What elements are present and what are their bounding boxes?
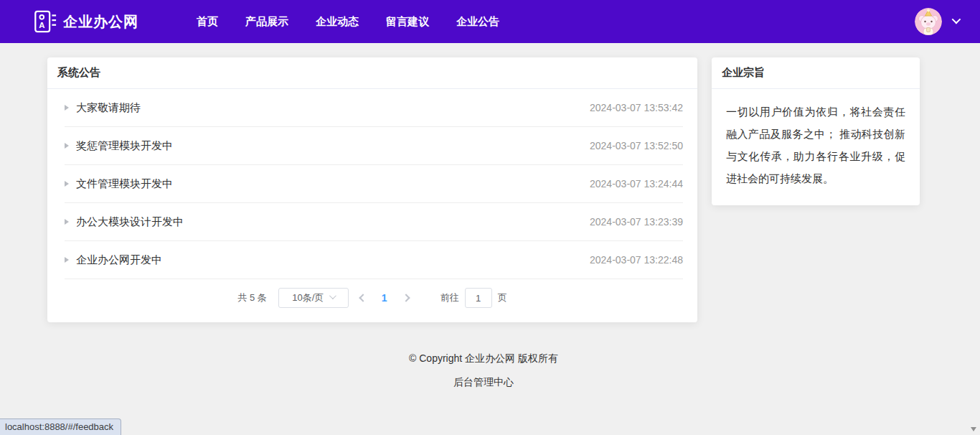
pagination-total: 共 5 条 xyxy=(237,291,266,304)
notice-row[interactable]: 大家敬请期待 2024-03-07 13:53:42 xyxy=(65,89,683,127)
goto-page: 前往 页 xyxy=(440,288,507,308)
prev-page-button[interactable] xyxy=(356,295,370,301)
avatar[interactable] xyxy=(915,8,942,35)
system-notice-panel: 系统公告 大家敬请期待 2024-03-07 13:53:42 奖惩管理模块开发… xyxy=(47,57,697,322)
notice-panel-title: 系统公告 xyxy=(47,57,697,89)
notice-timestamp: 2024-03-07 13:23:39 xyxy=(590,216,683,228)
arrow-left-icon xyxy=(359,294,367,301)
page-size-select[interactable]: 10条/页 xyxy=(278,288,349,308)
notice-row[interactable]: 办公大模块设计开发中 2024-03-07 13:23:39 xyxy=(65,203,683,241)
pagination: 共 5 条 10条/页 1 前往 页 xyxy=(47,288,697,308)
caret-right-icon xyxy=(65,181,69,187)
notice-title[interactable]: 奖惩管理模块开发中 xyxy=(76,139,173,153)
caret-right-icon xyxy=(65,257,69,263)
nav-item-home[interactable]: 首页 xyxy=(183,0,232,43)
goto-page-input[interactable] xyxy=(465,288,492,308)
scrollbar-down-arrow[interactable] xyxy=(971,427,976,431)
page-size-value: 10条/页 xyxy=(292,291,324,304)
page-number-1[interactable]: 1 xyxy=(382,292,387,304)
admin-center-link[interactable]: 后台管理中心 xyxy=(453,376,514,389)
notice-timestamp: 2024-03-07 13:52:50 xyxy=(590,140,683,151)
purpose-panel: 企业宗旨 一切以用户价值为依归，将社会责任融入产品及服务之中； 推动科技创新与文… xyxy=(712,57,920,205)
notice-row[interactable]: 文件管理模块开发中 2024-03-07 13:24:44 xyxy=(65,165,683,203)
main-nav: 首页 产品展示 企业动态 留言建议 企业公告 xyxy=(183,0,513,43)
caret-right-icon xyxy=(65,219,69,225)
notice-row[interactable]: 奖惩管理模块开发中 2024-03-07 13:52:50 xyxy=(65,127,683,165)
purpose-text: 一切以用户价值为依归，将社会责任融入产品及服务之中； 推动科技创新与文化传承，助… xyxy=(712,89,920,205)
nav-item-feedback[interactable]: 留言建议 xyxy=(372,0,443,43)
user-menu[interactable] xyxy=(915,8,958,35)
nav-item-notices[interactable]: 企业公告 xyxy=(443,0,513,43)
goto-prefix-label: 前往 xyxy=(440,291,459,304)
copyright-text: © Copyright 企业办公网 版权所有 xyxy=(47,352,920,365)
site-title: 企业办公网 xyxy=(63,12,138,32)
nav-item-products[interactable]: 产品展示 xyxy=(232,0,302,43)
notice-list: 大家敬请期待 2024-03-07 13:53:42 奖惩管理模块开发中 202… xyxy=(47,89,697,279)
id-badge-icon: A xyxy=(33,9,57,34)
purpose-panel-title: 企业宗旨 xyxy=(712,57,920,89)
goto-suffix-label: 页 xyxy=(498,291,507,304)
caret-right-icon xyxy=(65,105,69,111)
notice-timestamp: 2024-03-07 13:24:44 xyxy=(590,178,683,190)
arrow-right-icon xyxy=(402,294,410,301)
nav-item-news[interactable]: 企业动态 xyxy=(302,0,372,43)
notice-timestamp: 2024-03-07 13:22:48 xyxy=(590,254,683,266)
main-content: 系统公告 大家敬请期待 2024-03-07 13:53:42 奖惩管理模块开发… xyxy=(47,57,920,322)
svg-text:A: A xyxy=(39,21,44,29)
chevron-down-icon[interactable] xyxy=(952,15,961,24)
chevron-down-icon xyxy=(329,292,336,299)
notice-title[interactable]: 文件管理模块开发中 xyxy=(76,177,173,191)
notice-title[interactable]: 大家敬请期待 xyxy=(76,101,141,115)
site-logo[interactable]: A 企业办公网 xyxy=(33,9,138,34)
top-navigation-bar: A 企业办公网 首页 产品展示 企业动态 留言建议 企业公告 xyxy=(0,0,980,43)
caret-right-icon xyxy=(65,143,69,149)
browser-status-link-preview: localhost:8888/#/feedback xyxy=(0,418,121,435)
notice-row[interactable]: 企业办公网开发中 2024-03-07 13:22:48 xyxy=(65,241,683,279)
page-footer: © Copyright 企业办公网 版权所有 后台管理中心 xyxy=(47,352,920,389)
notice-title[interactable]: 办公大模块设计开发中 xyxy=(76,215,184,229)
notice-title[interactable]: 企业办公网开发中 xyxy=(76,253,162,267)
notice-timestamp: 2024-03-07 13:53:42 xyxy=(590,102,683,113)
next-page-button[interactable] xyxy=(399,295,413,301)
